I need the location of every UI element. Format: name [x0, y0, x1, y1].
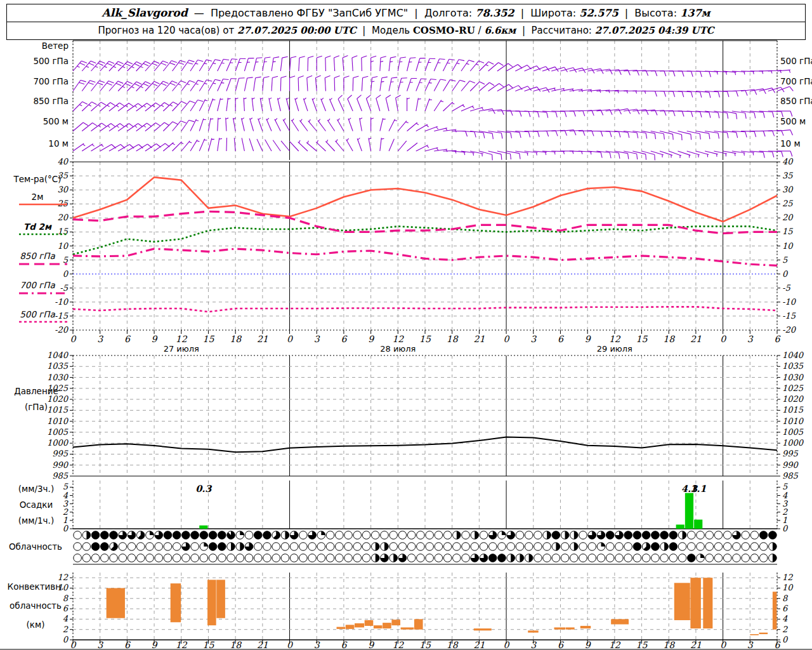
svg-text:1005: 1005: [47, 427, 69, 437]
cloud-symbol: [652, 554, 660, 562]
precip-bar: [676, 524, 684, 529]
svg-text:3: 3: [97, 640, 103, 650]
cloud-symbol: [110, 531, 118, 540]
convective-cloud-bar: [703, 578, 712, 628]
cloud-symbol: [91, 531, 100, 540]
cloud-symbol: [407, 531, 416, 540]
svg-text:15: 15: [636, 640, 648, 650]
cloud-symbol: [164, 554, 172, 562]
svg-text:6: 6: [124, 334, 131, 344]
wind-level-700hpa: 700 гПа: [5, 76, 69, 86]
cloud-symbol: [453, 554, 461, 562]
svg-text:9: 9: [585, 334, 591, 344]
cloud-symbol-fill: [384, 543, 388, 551]
conv-title-1: Конвективн.: [1, 581, 70, 592]
cloud-symbol: [615, 543, 624, 551]
cloud-symbol: [443, 543, 452, 551]
cloud-symbol: [407, 554, 416, 562]
cloud-symbol-fill: [204, 543, 207, 547]
cloud-symbol: [236, 554, 244, 562]
cloud-symbol-fill: [457, 531, 461, 540]
svg-text:21: 21: [473, 640, 485, 650]
cloud-symbol: [697, 543, 705, 551]
cloud-symbol: [534, 543, 542, 551]
svg-text:15: 15: [203, 640, 215, 650]
cloud-symbol: [371, 531, 379, 540]
svg-text:985: 985: [52, 471, 69, 481]
calc-time: 27.07.2025 04:39 UTC: [595, 25, 714, 36]
time-axis-bottom: 036912151821036912151821036912151821036: [0, 640, 812, 650]
cloud-symbol: [82, 543, 91, 551]
cloud-symbol: [652, 543, 660, 551]
cloud-symbol: [570, 554, 579, 562]
forecast-label: Прогноз на 120 часа(ов) от: [98, 25, 235, 36]
cloud-symbol: [525, 531, 533, 540]
convective-cloud-bar: [759, 633, 768, 634]
convective-cloud-bar: [365, 620, 374, 626]
cloud-symbol: [742, 543, 750, 551]
model-resolution: 6.6км: [484, 25, 516, 36]
svg-text:3: 3: [530, 640, 537, 650]
convective-cloud-bar: [580, 626, 591, 628]
cloud-symbol: [344, 554, 353, 562]
cloud-symbol: [182, 531, 190, 540]
cloud-symbol-fill: [475, 531, 478, 540]
precip-bar: [685, 493, 693, 529]
pressure-units: (гПа): [3, 402, 70, 412]
cloud-symbol-fill: [565, 531, 569, 540]
cloud-symbol-fill: [601, 543, 605, 547]
cloud-symbol: [82, 554, 91, 562]
cloud-symbol: [417, 531, 425, 540]
svg-text:12: 12: [176, 334, 188, 344]
cloud-symbol: [488, 543, 497, 551]
cloud-symbol: [272, 543, 280, 551]
convective-cloud-bar: [216, 580, 225, 618]
cloud-symbol: [714, 531, 723, 540]
svg-text:1010: 1010: [782, 416, 804, 426]
cloud-symbol: [344, 543, 353, 551]
svg-text:12: 12: [57, 573, 68, 582]
svg-text:0: 0: [70, 334, 77, 344]
cloud-symbol-fill: [376, 543, 379, 551]
cloud-symbol: [326, 543, 334, 551]
cloud-symbol: [191, 554, 199, 562]
convective-cloud-bar: [611, 619, 629, 624]
convective-cloud-bar: [750, 634, 759, 635]
convective-cloud-bar: [554, 627, 566, 629]
svg-text:-15: -15: [782, 311, 796, 321]
svg-text:9: 9: [152, 640, 158, 650]
svg-text:9: 9: [585, 640, 591, 650]
convective-panel: 121210108866442200: [57, 573, 794, 644]
cloud-symbol: [723, 543, 731, 551]
svg-text:10: 10: [782, 241, 794, 251]
convective-cloud-bar: [566, 627, 575, 629]
cloud-symbol-fill: [393, 554, 397, 562]
cloud-symbol: [209, 554, 217, 562]
cloud-symbol: [588, 554, 596, 562]
cloud-symbol: [462, 543, 470, 551]
cloud-symbol: [561, 543, 569, 551]
cloud-symbol: [200, 554, 208, 562]
wind-level-500m: 500 м: [5, 116, 69, 126]
cloud-symbol: [74, 543, 82, 551]
cloud-symbol: [362, 531, 370, 540]
cloud-symbol: [462, 531, 470, 540]
precip-units-3h: (мм/3ч.): [3, 484, 70, 494]
cloud-symbol-fill: [502, 531, 506, 535]
svg-text:0: 0: [287, 640, 293, 650]
cloud-symbol-fill: [520, 554, 523, 562]
altitude-value: 137м: [680, 7, 710, 19]
svg-text:6: 6: [782, 604, 789, 613]
legend-t850: 850 гПа: [3, 251, 72, 261]
convective-cloud-bar: [383, 623, 391, 628]
svg-text:0: 0: [287, 334, 293, 344]
svg-text:9: 9: [368, 640, 374, 650]
cloud-symbol: [164, 543, 172, 551]
cloud-symbol: [462, 554, 470, 562]
meteogram-page: 40403535303025252020151510105500-5-5-10-…: [0, 0, 812, 650]
cloud-symbol: [426, 543, 434, 551]
cloud-symbol: [606, 531, 614, 540]
cloud-symbol: [750, 554, 759, 562]
cloud-symbol: [155, 543, 163, 551]
cloud-symbol: [543, 554, 551, 562]
